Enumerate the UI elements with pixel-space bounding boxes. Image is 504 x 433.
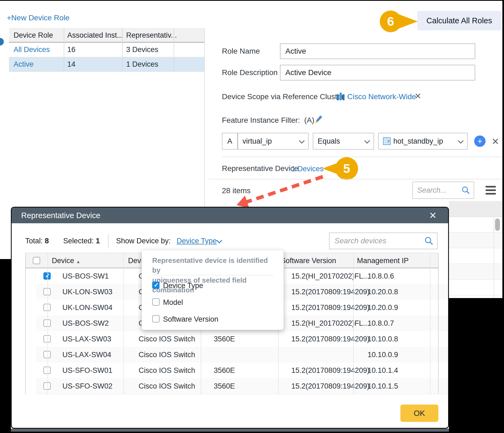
- chevron-down-icon: [458, 138, 464, 143]
- filter-field-select[interactable]: virtual_ip: [238, 133, 309, 150]
- row-checkbox[interactable]: [43, 335, 51, 342]
- col-device[interactable]: Device ▲: [52, 257, 80, 265]
- role-description-label: Role Description: [222, 68, 277, 77]
- filter-operator-value: Equals: [318, 137, 340, 146]
- popup-option-model[interactable]: Model: [152, 296, 280, 310]
- option-checkbox[interactable]: [152, 298, 160, 306]
- divider: [449, 295, 502, 295]
- chevron-down-icon: [299, 138, 305, 143]
- role-description-value: Active Device: [285, 68, 331, 77]
- divider: [123, 253, 124, 394]
- background-fill: [0, 259, 11, 433]
- col-management-ip[interactable]: Management IP: [357, 257, 409, 265]
- roles-row-all-devices[interactable]: All Devices 16 3 Devices: [9, 43, 204, 57]
- chevron-down-icon[interactable]: [216, 238, 222, 243]
- filter-prefix-box: A: [222, 133, 238, 150]
- ok-label: OK: [414, 409, 425, 418]
- role-name-input[interactable]: Active: [280, 43, 475, 59]
- scrollbar-thumb[interactable]: [495, 218, 500, 231]
- feature-filter-label: Feature Instance Filter: (A): [222, 116, 314, 125]
- divider: [47, 253, 48, 394]
- table-row[interactable]: US-SFO-SW02Cisco IOS Switch3560E15.2(201…: [36, 378, 449, 394]
- total-label: Total: 8: [25, 237, 49, 245]
- row-checkbox[interactable]: [43, 288, 51, 295]
- calculate-all-roles-button[interactable]: Calculate All Roles: [417, 11, 501, 30]
- scrollbar-track[interactable]: [494, 217, 494, 298]
- role-link-active[interactable]: Active: [14, 60, 34, 69]
- table-border: [438, 253, 439, 394]
- col-software-version[interactable]: Software Version: [281, 257, 336, 265]
- divider: [449, 232, 502, 232]
- total-value: 8: [45, 237, 49, 245]
- pane-divider: [204, 28, 205, 207]
- select-all-checkbox[interactable]: [33, 257, 40, 264]
- device-search-input[interactable]: Search devices: [329, 232, 438, 249]
- selected-label: Selected: 1: [63, 237, 100, 245]
- remove-scope-icon[interactable]: ✕: [414, 91, 421, 101]
- role-name-value: Active: [285, 47, 306, 56]
- role-cell-representative: 1 Devices: [126, 60, 158, 69]
- remove-filter-icon[interactable]: ✕: [492, 136, 499, 147]
- table-row[interactable]: US-LAX-SW04Cisco IOS Switch10.10.0.9: [36, 347, 449, 363]
- role-description-input[interactable]: Active Device: [280, 65, 475, 80]
- row-checkbox[interactable]: [43, 367, 51, 374]
- callout-badge-5-icon: 5: [320, 156, 363, 181]
- popup-option-device-type[interactable]: Device Type: [152, 279, 280, 293]
- cropped-step-badge-icon: [0, 38, 4, 46]
- option-checkbox[interactable]: [152, 282, 160, 289]
- roles-table-header: Device Role Associated Inst... Represent…: [9, 28, 204, 43]
- background-row: [449, 264, 502, 280]
- role-cell-representative: 3 Devices: [126, 46, 158, 54]
- close-icon[interactable]: ✕: [429, 210, 437, 221]
- device-scope-cluster-link[interactable]: Cisco Network-Wide: [347, 92, 416, 101]
- device-scope-label: Device Scope via Reference Cluster: [222, 92, 344, 101]
- divider: [353, 253, 354, 394]
- main-search-input[interactable]: Search...: [412, 182, 474, 199]
- row-checkbox[interactable]: [43, 351, 51, 358]
- table-border: [25, 253, 26, 394]
- add-filter-button[interactable]: +: [474, 135, 486, 147]
- badge-6-number: 6: [387, 14, 394, 28]
- row-checkbox[interactable]: [43, 319, 51, 327]
- items-count-label: 28 items: [222, 186, 251, 195]
- badge-5-number: 5: [343, 161, 350, 176]
- table-row[interactable]: US-LAX-SW03Cisco IOS Switch3560E15.2(201…: [36, 331, 449, 347]
- row-checkbox[interactable]: [43, 382, 51, 390]
- representative-device-label: Representative Device: [222, 164, 298, 173]
- role-link-all-devices[interactable]: All Devices: [14, 46, 50, 54]
- app-root: +New Device Role Calculate All Roles 6 D…: [0, 0, 504, 433]
- row-checkbox[interactable]: [43, 272, 51, 280]
- popup-option-software-version[interactable]: Software Version: [152, 313, 280, 327]
- table-row[interactable]: US-SFO-SW01Cisco IOS Switch3560E15.2(201…: [36, 363, 449, 379]
- ok-button[interactable]: OK: [400, 405, 438, 422]
- roles-row-active-selected[interactable]: Active 14 1 Devices: [9, 57, 204, 72]
- device-search-placeholder: Search devices: [334, 237, 424, 245]
- divider: [449, 264, 502, 264]
- divider: [449, 279, 502, 280]
- show-device-by-select[interactable]: Device Type: [177, 237, 217, 245]
- divider: [209, 179, 502, 179]
- role-name-label: Role Name: [222, 47, 260, 56]
- filter-value-select[interactable]: x hot_standby_ip: [378, 133, 468, 150]
- row-checkbox[interactable]: [43, 304, 51, 311]
- edit-pencil-icon[interactable]: [313, 114, 323, 124]
- table-menu-icon[interactable]: [486, 186, 496, 195]
- roles-col-associated[interactable]: Associated Inst...: [67, 31, 123, 40]
- selected-value: 1: [96, 237, 100, 245]
- option-checkbox[interactable]: [152, 315, 160, 322]
- callout-badge-6-icon: 6: [379, 10, 420, 33]
- plus-icon: +: [477, 136, 483, 146]
- option-label: Software Version: [163, 315, 218, 324]
- roles-col-representative[interactable]: Representativ...: [126, 31, 177, 40]
- representative-devices-link[interactable]: 1 Devices: [291, 165, 324, 173]
- divider: [122, 28, 123, 72]
- role-cell-associated: 16: [67, 46, 75, 54]
- search-icon[interactable]: [424, 236, 434, 246]
- search-icon[interactable]: [461, 186, 470, 195]
- roles-col-device-role[interactable]: Device Role: [14, 31, 53, 40]
- filter-value-text: hot_standby_ip: [393, 137, 443, 146]
- field-combination-popup: Representative device is identified by u…: [142, 250, 284, 330]
- new-device-role-link[interactable]: +New Device Role: [7, 14, 69, 22]
- divider: [430, 253, 430, 394]
- filter-operator-select[interactable]: Equals: [313, 133, 374, 150]
